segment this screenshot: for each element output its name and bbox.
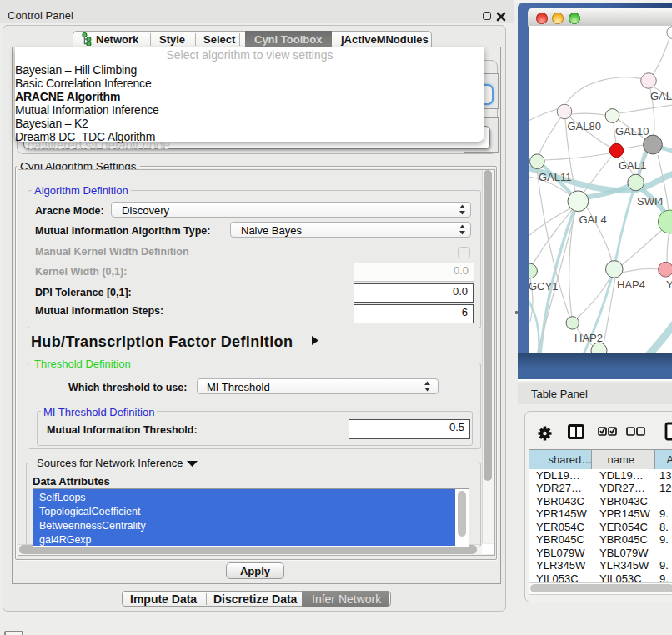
svg-text:GAL80: GAL80 xyxy=(567,120,600,132)
svg-text:HAP4: HAP4 xyxy=(617,278,645,291)
svg-text:GAL11: GAL11 xyxy=(539,171,572,183)
svg-text:GAL7: GAL7 xyxy=(650,90,672,102)
svg-text:GAL1: GAL1 xyxy=(619,159,646,172)
svg-text:HAP2: HAP2 xyxy=(574,332,603,344)
svg-text:GCY1: GCY1 xyxy=(529,280,558,292)
svg-text:GAL4: GAL4 xyxy=(579,213,606,226)
svg-text:GAL10: GAL10 xyxy=(615,125,649,138)
svg-text:YJ: YJ xyxy=(666,278,672,291)
svg-text:SWI4: SWI4 xyxy=(637,195,664,208)
